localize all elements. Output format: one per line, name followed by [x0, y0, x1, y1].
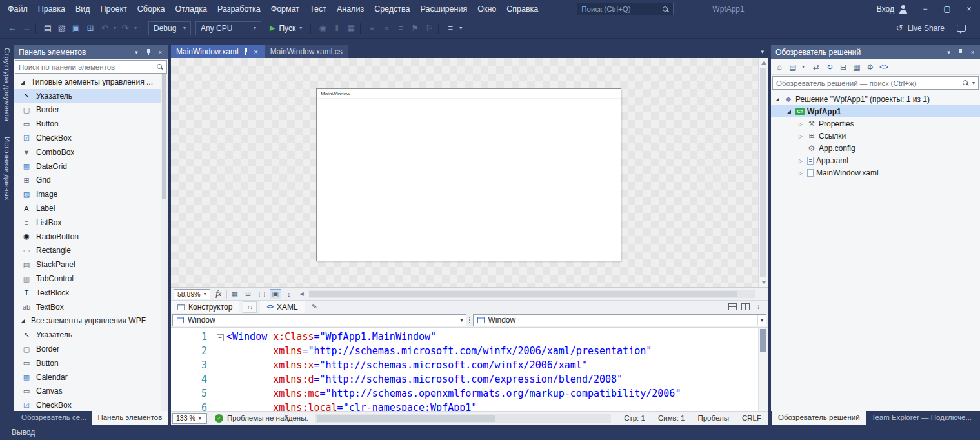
code-area[interactable]: 1−<Window x:Class="WpfApp1.MainWindow"2 … — [171, 328, 758, 411]
navigate-forward-icon[interactable]: → — [19, 21, 34, 35]
switch-views-icon[interactable]: ▤ — [787, 61, 799, 73]
chevron-down-icon[interactable]: ▾ — [972, 80, 975, 86]
tree-item-properties[interactable]: ⚒ Properties — [771, 117, 980, 130]
show-grid-icon[interactable]: ▦ — [229, 289, 241, 299]
toolbar-separator[interactable] — [141, 23, 144, 34]
toolbar-separator[interactable] — [360, 23, 363, 34]
tab-data-sources[interactable]: Источники данных — [3, 137, 11, 201]
editor-vertical-scrollbar[interactable] — [758, 328, 768, 411]
toolbox-header[interactable]: Панель элементов ▾ × — [14, 45, 168, 59]
toolbar-separator[interactable] — [226, 290, 227, 299]
menu-help[interactable]: Справка — [501, 0, 543, 18]
chevron-down-icon[interactable]: ▾ — [946, 49, 952, 55]
menu-test[interactable]: Тест — [305, 0, 332, 18]
toolbar-separator[interactable] — [808, 63, 808, 72]
new-project-icon[interactable]: ▤ — [41, 21, 55, 35]
send-feedback-icon[interactable] — [957, 25, 966, 32]
switch-views-caret-icon[interactable]: ▾ — [801, 61, 806, 73]
close-icon[interactable]: × — [970, 49, 975, 55]
toolbox-item-listbox[interactable]: ≡ ListBox — [14, 215, 168, 230]
tree-item-appxaml[interactable]: App.xaml — [771, 154, 980, 166]
tab-xaml-pane[interactable]: <> XAML — [260, 301, 305, 314]
expand-pane-icon[interactable]: ↕ — [754, 303, 763, 310]
open-file-icon[interactable]: ▧ — [55, 21, 69, 35]
document-list-chevron-icon[interactable]: ▾ — [761, 48, 764, 55]
toolbox-search-input[interactable]: Поиск по панели элементов — [15, 60, 167, 74]
design-surface[interactable]: MainWindow — [171, 58, 768, 287]
effects-icon[interactable]: fx — [213, 289, 225, 299]
toolbox-section-common[interactable]: Типовые элементы управления ... — [14, 75, 168, 89]
toolbar-separator[interactable] — [35, 23, 39, 34]
expand-toggle-icon[interactable] — [797, 117, 805, 130]
expand-toggle-icon[interactable] — [774, 93, 781, 105]
swap-panes-button[interactable]: ↑↓ — [243, 301, 257, 313]
menu-extensions[interactable]: Расширения — [415, 0, 473, 18]
menu-analyze[interactable]: Анализ — [332, 0, 369, 18]
toolbox-item-combobox[interactable]: ▼ ComboBox — [14, 145, 168, 159]
refresh-icon[interactable]: ↻ — [824, 61, 835, 73]
menu-debug[interactable]: Отладка — [170, 0, 212, 18]
comment-icon[interactable]: ≡ — [394, 21, 408, 35]
unindent-icon[interactable]: « — [365, 21, 379, 35]
toolbar-options-icon[interactable]: ≡ — [443, 21, 457, 35]
output-tab[interactable]: Вывод — [12, 428, 35, 437]
editor-horizontal-scrollbar[interactable] — [315, 414, 612, 423]
redo-icon[interactable]: ↷ — [118, 21, 132, 35]
tree-item-mainwindowxaml[interactable]: MainWindow.xaml — [771, 166, 980, 179]
snap-to-snaplines-icon[interactable]: ▣ — [270, 289, 281, 299]
split-horizontal-icon[interactable] — [728, 303, 737, 310]
designer-horizontal-scrollbar[interactable] — [309, 290, 755, 298]
toolbox-item-tabcontrol[interactable]: ▥ TabControl — [14, 272, 168, 286]
chevron-down-icon[interactable]: ▾ — [757, 315, 766, 326]
menu-project[interactable]: Проект — [95, 0, 132, 18]
designer-zoom-dropdown[interactable]: 58,89% ▾ — [174, 289, 210, 299]
navigate-back-icon[interactable]: ← — [5, 21, 19, 35]
toolbar-separator[interactable] — [310, 23, 314, 34]
menu-tools[interactable]: Средства — [369, 0, 415, 18]
scroll-left-icon[interactable]: ◀ — [297, 291, 306, 297]
expand-toggle-icon[interactable] — [797, 154, 805, 167]
tab-toolbox[interactable]: Панель элементов — [92, 411, 168, 425]
scrollbar-thumb[interactable] — [317, 415, 495, 422]
xaml-editor[interactable]: 1−<Window x:Class="WpfApp1.MainWindow"2 … — [171, 327, 768, 411]
breakpoints-icon[interactable]: ◉ — [315, 21, 330, 35]
health-check-icon[interactable]: ✓ — [215, 414, 223, 423]
menu-design[interactable]: Разработка — [212, 0, 266, 18]
chevron-down-icon[interactable]: ▾ — [457, 315, 465, 326]
split-vertical-icon[interactable] — [741, 303, 750, 310]
toolbox-item-label[interactable]: A Label — [14, 201, 168, 215]
menu-edit[interactable]: Правка — [33, 0, 70, 18]
toolbar-options-caret-icon[interactable]: ▾ — [457, 21, 464, 35]
properties-icon[interactable]: ⚙ — [865, 61, 876, 73]
break-all-icon[interactable]: ‖ — [330, 21, 344, 35]
edit-icon[interactable]: ✎ — [312, 303, 317, 311]
solution-explorer-toolbar-icon[interactable]: ▦ — [344, 21, 358, 35]
toolbox-item-canvas[interactable]: ▭ Canvas — [14, 385, 168, 399]
menu-build[interactable]: Сборка — [132, 0, 170, 18]
save-all-icon[interactable]: ⊞ — [83, 21, 97, 35]
toolbox-item-border[interactable]: ▢ Border — [14, 342, 168, 356]
menu-window[interactable]: Окно — [472, 0, 501, 18]
menu-format[interactable]: Формат — [266, 0, 305, 18]
editor-zoom-dropdown[interactable]: 133 % ▾ — [172, 413, 207, 424]
quick-search-box[interactable]: Поиск (Ctrl+Q) — [577, 3, 674, 15]
toolbox-item-pointer[interactable]: ↖ Указатель — [14, 89, 168, 103]
solution-explorer-header[interactable]: Обозреватель решений ▾ × — [771, 45, 980, 59]
previous-bookmark-icon[interactable]: ⚐ — [422, 21, 436, 35]
show-all-files-icon[interactable]: ▦ — [851, 61, 863, 73]
snap-to-grid-icon[interactable]: ⊞ — [243, 289, 254, 299]
toolbox-item-textbox[interactable]: ab TextBox — [14, 300, 168, 314]
tab-server-explorer[interactable]: Обозреватель се... — [15, 411, 92, 425]
toolbox-item-calendar[interactable]: ▦ Calendar — [14, 370, 168, 385]
scrollbar-thumb[interactable] — [760, 329, 766, 352]
solution-configuration-dropdown[interactable]: Debug ▾ — [148, 21, 191, 35]
sync-with-active-document-icon[interactable]: ⇄ — [810, 61, 822, 73]
chevron-down-icon[interactable]: ▾ — [134, 49, 139, 55]
breadcrumb-splitter[interactable] — [466, 314, 473, 326]
close-button[interactable]: × — [958, 0, 980, 18]
scroll-up-icon[interactable] — [761, 61, 766, 65]
toolbox-item-checkbox[interactable]: ☑ CheckBox — [14, 398, 168, 411]
tab-team-explorer[interactable]: Team Explorer — Подключе... — [866, 411, 977, 425]
tree-item-appconfig[interactable]: ⚙ App.config — [771, 142, 980, 154]
home-icon[interactable]: ⌂ — [774, 61, 785, 73]
